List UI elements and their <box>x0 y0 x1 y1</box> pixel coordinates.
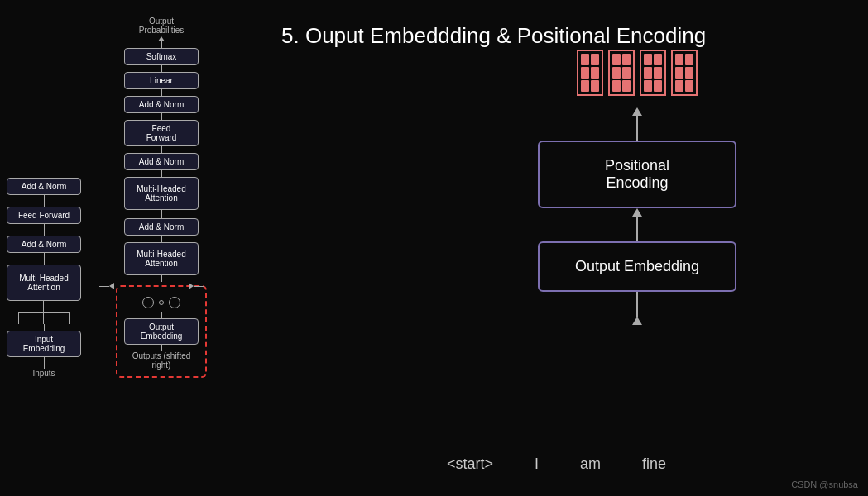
decoder-add-norm-3: Add & Norm <box>124 218 199 236</box>
encoder-column: Add & Norm Feed Forward Add & Norm Multi… <box>7 178 81 378</box>
connector <box>44 195 45 207</box>
connector <box>161 170 162 177</box>
tokens-row: <start> I am fine <box>447 455 666 473</box>
connector <box>161 113 162 120</box>
cross-attn-left <box>99 283 114 289</box>
wave-icon-1: ~ <box>142 297 154 308</box>
encoder-add-norm-2: Add & Norm <box>7 236 81 253</box>
encoder-feed-forward: Feed Forward <box>7 207 81 224</box>
positional-encoding-box: Positional Encoding <box>538 141 736 208</box>
token-start: <start> <box>447 455 493 473</box>
encoder-fork <box>7 301 81 324</box>
connector <box>44 357 45 369</box>
grid-rect-3 <box>640 50 666 96</box>
decoder-softmax: Softmax <box>124 48 199 65</box>
token-i: I <box>535 455 539 473</box>
embedding-icons: ~ ~ <box>142 297 180 308</box>
v-line <box>636 217 638 241</box>
encoder-input-embedding: Input Embedding <box>7 331 81 357</box>
grid-rect-1 <box>577 50 603 96</box>
connector <box>44 224 45 236</box>
decoder-multi-head-2: Multi-HeadedAttention <box>124 242 199 275</box>
embedding-grid <box>577 50 698 96</box>
connector <box>44 324 45 331</box>
grid-rect-4 <box>671 50 698 96</box>
connector-tokens-to-oe <box>632 292 642 325</box>
v-line <box>636 116 638 141</box>
decoder-output-embedding: Output Embedding <box>124 318 199 345</box>
encoder-add-norm: Add & Norm <box>7 178 81 195</box>
connector <box>161 65 162 72</box>
output-probs-label: OutputProbabilities <box>139 17 184 35</box>
connector <box>161 312 162 318</box>
side-arrows <box>137 210 187 218</box>
connector <box>161 236 162 242</box>
output-embedding-dashed-box: ~ ~ Output Embedding Outputs (shifted ri… <box>116 285 207 378</box>
connector <box>161 41 162 48</box>
connector <box>161 89 162 96</box>
connector-pe-to-oe <box>632 208 642 241</box>
arrow-tip <box>632 208 642 217</box>
wave-icon-2: ~ <box>169 297 180 308</box>
main-title: 5. Ouput Embeddding & Positional Encodin… <box>281 23 706 49</box>
v-line <box>636 292 638 317</box>
token-am: am <box>580 455 601 473</box>
decoder-add-norm-1: Add & Norm <box>124 96 199 113</box>
watermark: CSDN @snubsa <box>791 479 858 489</box>
encoder-inputs-label: Inputs <box>32 369 55 378</box>
decoder-outputs-label: Outputs (shifted right) <box>126 351 197 370</box>
arrow-tip <box>632 317 642 325</box>
decoder-linear: Linear <box>124 72 199 89</box>
right-diagram: Positional Encoding Output Embedding <box>463 50 811 479</box>
connector <box>44 253 45 265</box>
connector-grid-to-pe <box>632 107 642 141</box>
connector <box>161 345 162 351</box>
connector <box>161 275 162 282</box>
left-transformer-diagram: Add & Norm Feed Forward Add & Norm Multi… <box>0 0 265 496</box>
decoder-add-norm-2: Add & Norm <box>124 153 199 170</box>
dot-icon <box>159 300 164 305</box>
decoder-feed-forward: FeedForward <box>124 120 199 146</box>
token-fine: fine <box>642 455 666 473</box>
grid-rect-2 <box>608 50 635 96</box>
encoder-multi-head: Multi-Headed Attention <box>7 265 81 301</box>
connector <box>161 146 162 153</box>
decoder-multi-head-1: Multi-HeadedAttention <box>124 177 199 210</box>
decoder-column: OutputProbabilities Softmax Linear Add &… <box>116 17 207 378</box>
cross-attn-right <box>189 283 204 289</box>
output-embedding-box: Output Embedding <box>538 241 736 292</box>
arrow-tip <box>632 107 642 116</box>
